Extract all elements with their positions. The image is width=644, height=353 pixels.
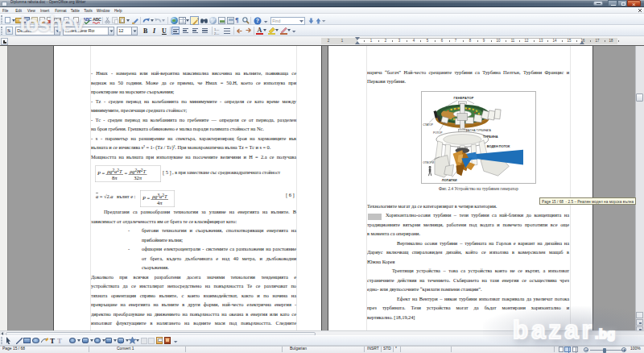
svg-text:ГЕНЕРАТОР: ГЕНЕРАТОР bbox=[454, 96, 474, 100]
svg-text:ОТВОРИ: ОТВОРИ bbox=[423, 161, 435, 164]
svg-text:ТУРБИНА: ТУРБИНА bbox=[483, 135, 498, 139]
svg-text:СТАТОР: СТАТОР bbox=[423, 123, 434, 127]
svg-text:ВАЛ НА ТУРБИНАТА: ВАЛ НА ТУРБИНАТА bbox=[466, 129, 491, 132]
svg-text:ВОДЕН ПОТОК: ВОДЕН ПОТОК bbox=[487, 144, 510, 148]
svg-text:?: ? bbox=[256, 18, 259, 23]
svg-text:РОТОР: РОТОР bbox=[433, 131, 443, 135]
svg-text:ЛОПАТКИ: ЛОПАТКИ bbox=[442, 178, 457, 182]
